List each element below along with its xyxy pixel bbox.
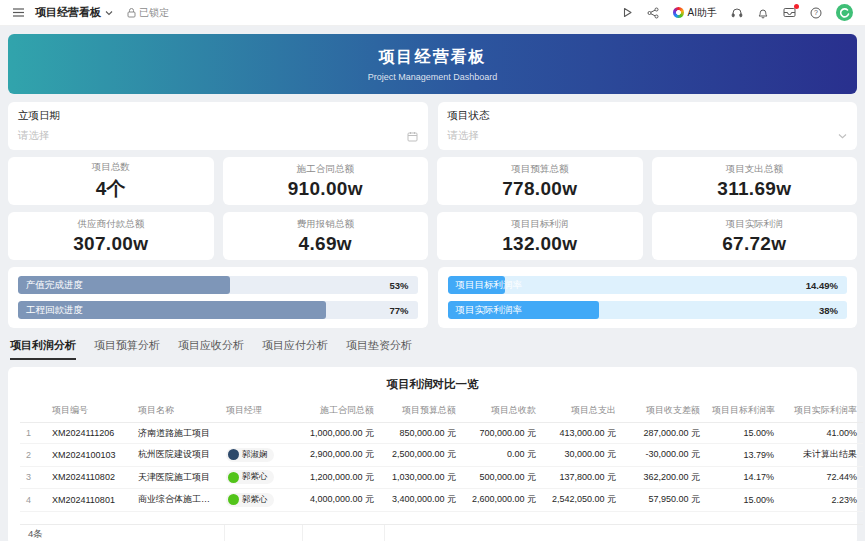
project-manager: 郭紫心 — [220, 489, 298, 512]
summary-cell — [20, 511, 46, 524]
topbar: 项目经营看板 已锁定 AI助手 ? — [0, 0, 865, 26]
table-cell: 1,030,000.00 元 — [380, 466, 462, 489]
column-header: 项目编号 — [46, 399, 132, 423]
table-cell: 3,400,000.00 元 — [380, 489, 462, 512]
ai-assistant-label: AI助手 — [688, 6, 717, 20]
dashboard-content: 项目经营看板 Project Management Dashboard 立项日期… — [0, 26, 865, 541]
stat-value: 4.69w — [299, 233, 352, 255]
filter-label: 项目状态 — [448, 109, 848, 123]
table-row: 4XM2024110801商业综合体施工总承包...郭紫心4,000,000.0… — [20, 489, 863, 512]
row-index: 4 — [20, 489, 46, 512]
table-cell: 13.79% — [706, 444, 780, 467]
table-cell: 850,000.00 元 — [380, 423, 462, 444]
bell-icon[interactable] — [757, 7, 769, 19]
stats-grid: 项目总数4个施工合同总额910.00w项目预算总额778.00w项目支出总额31… — [8, 157, 857, 260]
table-body: 1XM2024111206济南道路施工项目1,000,000.00 元850,0… — [20, 423, 863, 525]
stat-value: 778.00w — [502, 178, 577, 200]
table-footer-cell — [224, 525, 302, 541]
tab-项目垫资分析[interactable]: 项目垫资分析 — [346, 338, 412, 360]
progress-bar: 项目实际利润率38% — [448, 301, 848, 319]
manager-pill: 郭淑娴 — [226, 448, 274, 462]
notification-badge — [794, 4, 799, 9]
progress-bar: 项目目标利润率14.49% — [448, 276, 848, 294]
tab-项目利润分析[interactable]: 项目利润分析 — [10, 338, 76, 360]
progress-bar-label: 项目实际利润率 — [456, 301, 523, 319]
stat-card: 施工合同总额910.00w — [223, 157, 429, 205]
ai-icon — [673, 7, 684, 18]
table-cell: 72.44% — [780, 466, 863, 489]
project-name: 商业综合体施工总承包... — [132, 489, 220, 512]
column-header — [20, 399, 46, 423]
app-title-dropdown[interactable]: 项目经营看板 — [35, 5, 113, 20]
summary-cell — [220, 511, 298, 524]
stat-card: 项目预算总额778.00w — [437, 157, 643, 205]
project-name: 杭州医院建设项目 — [132, 444, 220, 467]
stat-label: 项目支出总额 — [726, 163, 783, 176]
progress-bar: 产值完成进度53% — [18, 276, 418, 294]
manager-name: 郭紫心 — [242, 494, 268, 506]
summary-cell — [380, 511, 462, 524]
progress-bar-label: 项目目标利润率 — [456, 276, 523, 294]
lock-label: 已锁定 — [139, 6, 169, 20]
filter-row: 立项日期 请选择 项目状态 请选择 — [8, 102, 857, 150]
ai-assistant-button[interactable]: AI助手 — [673, 6, 717, 20]
manager-pill: 郭紫心 — [226, 493, 274, 507]
dashboard-banner: 项目经营看板 Project Management Dashboard — [8, 34, 857, 94]
manager-name: 郭紫心 — [242, 471, 268, 483]
table-cell: 30,000.00 元 — [542, 444, 622, 467]
table-cell: 2.23% — [780, 489, 863, 512]
tab-项目应收分析[interactable]: 项目应收分析 — [178, 338, 244, 360]
project-manager: 郭紫心 — [220, 466, 298, 489]
column-header: 项目实际利润率 — [780, 399, 863, 423]
stat-card: 项目支出总额311.69w — [652, 157, 858, 205]
stat-label: 项目目标利润 — [511, 218, 568, 231]
tab-项目预算分析[interactable]: 项目预算分析 — [94, 338, 160, 360]
progress-bar-value: 77% — [389, 301, 408, 319]
table-row-count: 4条 — [20, 525, 224, 541]
filter-project-date[interactable]: 立项日期 请选择 — [8, 102, 428, 150]
inbox-icon[interactable] — [783, 7, 796, 18]
tab-项目应付分析[interactable]: 项目应付分析 — [262, 338, 328, 360]
row-index: 2 — [20, 444, 46, 467]
table-cell: 2,500,000.00 元 — [380, 444, 462, 467]
filter-project-status[interactable]: 项目状态 请选择 — [438, 102, 858, 150]
column-header: 项目目标利润率 — [706, 399, 780, 423]
play-icon[interactable] — [622, 7, 633, 18]
filter-label: 立项日期 — [18, 109, 418, 123]
help-icon[interactable]: ? — [810, 7, 822, 19]
share-icon[interactable] — [647, 7, 659, 19]
stat-value: 307.00w — [73, 233, 148, 255]
table-cell: 1,000,000.00 元 — [298, 423, 380, 444]
manager-pill: 郭紫心 — [226, 470, 274, 484]
chevron-down-icon — [105, 10, 113, 16]
table-title: 项目利润对比一览 — [20, 377, 845, 392]
row-index: 3 — [20, 466, 46, 489]
app-title: 项目经营看板 — [35, 5, 101, 20]
table-cell: 362,200.00 元 — [622, 466, 706, 489]
progress-bar: 工程回款进度77% — [18, 301, 418, 319]
stat-value: 132.00w — [502, 233, 577, 255]
table-cell: 15.00% — [706, 489, 780, 512]
menu-icon[interactable] — [12, 6, 25, 19]
profit-table-card: 项目利润对比一览 项目编号项目名称项目经理施工合同总额项目预算总额项目总收款项目… — [8, 367, 857, 541]
manager-avatar — [228, 494, 239, 505]
summary-cell — [542, 511, 622, 524]
summary-cell — [780, 511, 863, 524]
project-name: 天津医院施工项目 — [132, 466, 220, 489]
stat-value: 4个 — [96, 176, 126, 202]
headset-icon[interactable] — [731, 7, 743, 19]
table-cell: 700,000.00 元 — [462, 423, 542, 444]
stat-value: 910.00w — [288, 178, 363, 200]
column-header: 项目预算总额 — [380, 399, 462, 423]
table-cell: 0.00 元 — [462, 444, 542, 467]
filter-placeholder: 请选择 — [448, 129, 480, 143]
row-index: 1 — [20, 423, 46, 444]
project-manager — [220, 423, 298, 444]
table-cell: 500,000.00 元 — [462, 466, 542, 489]
filter-placeholder: 请选择 — [18, 129, 50, 143]
table-cell: 2,542,050.00 元 — [542, 489, 622, 512]
progress-bar-value: 53% — [389, 276, 408, 294]
stat-card: 项目总数4个 — [8, 157, 214, 205]
user-avatar[interactable] — [836, 4, 853, 21]
calendar-icon — [407, 131, 418, 142]
